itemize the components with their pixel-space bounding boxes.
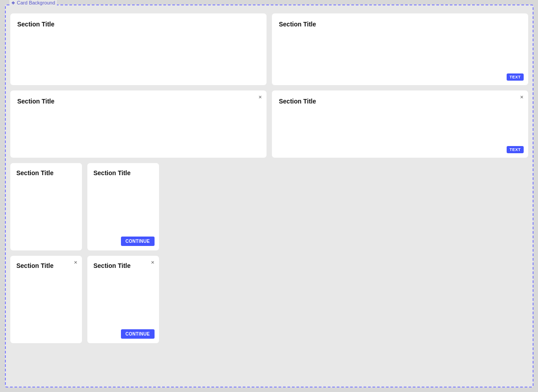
card-background-container: ❖ Card Background Section Title Section … — [5, 4, 534, 388]
card-bottom-row1-left-title: Section Title — [17, 169, 76, 177]
card-middle-left-title: Section Title — [17, 98, 259, 105]
card-background-text: Card Background — [17, 0, 56, 5]
card-top-right-title: Section Title — [279, 21, 521, 28]
card-bottom-row2-left: Section Title × — [10, 256, 82, 343]
card-bottom-row1-right-title: Section Title — [94, 169, 153, 177]
bottom-row-2: Section Title × Section Title × CONTINUE — [10, 256, 159, 343]
diamond-icon: ❖ — [11, 0, 15, 5]
card-bottom-row2-right-title: Section Title — [94, 262, 153, 269]
continue-button-row1[interactable]: CONTINUE — [121, 237, 155, 246]
card-middle-right: Section Title × TEXT — [272, 90, 528, 158]
card-bottom-row1-right: Section Title CONTINUE — [87, 163, 159, 250]
card-bottom-row1-left: Section Title — [10, 163, 82, 250]
card-top-left: Section Title — [10, 13, 267, 85]
close-button-middle-right[interactable]: × — [520, 94, 524, 100]
close-button-middle-left[interactable]: × — [258, 94, 262, 100]
card-bottom-row2-right: Section Title × CONTINUE — [87, 256, 159, 343]
text-badge-middle-right: TEXT — [507, 146, 523, 153]
continue-button-row2[interactable]: CONTINUE — [121, 329, 155, 339]
card-middle-left: Section Title × — [10, 90, 267, 158]
close-button-bottom-row2-right[interactable]: × — [151, 259, 155, 265]
top-row: Section Title Section Title TEXT — [10, 13, 528, 85]
close-button-bottom-row2-left[interactable]: × — [74, 259, 77, 265]
bottom-section: Section Title Section Title CONTINUE Sec… — [10, 163, 159, 349]
text-badge-top-right: TEXT — [507, 73, 523, 81]
card-background-label: ❖ Card Background — [9, 0, 57, 5]
bottom-row-1: Section Title Section Title CONTINUE — [10, 163, 159, 250]
middle-row: Section Title × Section Title × TEXT — [10, 90, 528, 158]
card-top-left-title: Section Title — [17, 21, 259, 28]
card-top-right: Section Title TEXT — [272, 13, 528, 85]
card-middle-right-title: Section Title — [279, 98, 521, 105]
card-bottom-row2-left-title: Section Title — [17, 262, 76, 269]
